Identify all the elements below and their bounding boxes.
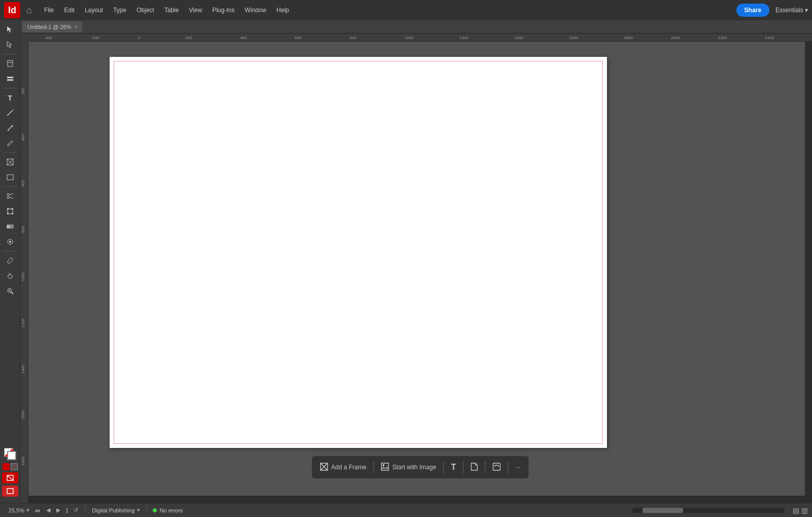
page-tool[interactable]	[2, 56, 18, 71]
menu-right: Share Essentials ▾	[736, 4, 808, 17]
rectangle-tool[interactable]	[2, 170, 18, 184]
more-icon: ···	[515, 464, 520, 471]
hand-tool[interactable]	[2, 269, 18, 283]
add-frame-button[interactable]: Add a Frame	[314, 458, 373, 476]
publish-mode-label: Digital Publishing	[92, 507, 134, 513]
gap-tool[interactable]	[2, 72, 18, 86]
ruler-left: 200 400 600 800 1000 1200 1400 1600 1800	[20, 42, 28, 503]
svg-rect-0	[8, 60, 13, 67]
publish-mode-dropdown[interactable]: Digital Publishing ▾	[92, 507, 140, 513]
scissors-tool[interactable]	[2, 189, 18, 203]
home-icon[interactable]: ⌂	[26, 5, 32, 16]
svg-rect-32	[382, 463, 389, 470]
type-tool[interactable]: T	[2, 90, 18, 105]
menu-table[interactable]: Table	[160, 5, 183, 16]
svg-rect-28	[7, 489, 13, 494]
normal-mode[interactable]	[3, 447, 17, 461]
toolbar-separator-3	[3, 152, 17, 153]
menu-type[interactable]: Type	[109, 5, 130, 16]
svg-rect-19	[7, 225, 13, 228]
color-mode-row	[3, 463, 18, 470]
status-message: No errors	[160, 507, 183, 513]
toolbar-separator-5	[3, 251, 17, 251]
line-tool[interactable]	[2, 106, 18, 120]
text-frame-button[interactable]: T	[445, 458, 462, 476]
toolbar-sep-1	[374, 461, 374, 473]
canvas-area: Add a Frame Start with Image T	[28, 42, 812, 503]
svg-point-11	[7, 197, 9, 199]
zoom-control[interactable]: ▾	[4, 507, 29, 513]
status-sep-1	[85, 506, 86, 514]
toolbar-sep-3	[463, 461, 463, 473]
error-status[interactable]: No errors	[153, 507, 183, 513]
start-with-image-button[interactable]: Start with Image	[375, 458, 443, 476]
svg-point-5	[11, 125, 13, 127]
go-to-page-button[interactable]: ↺	[73, 507, 79, 513]
page-margin-border	[114, 61, 603, 444]
link-icon	[492, 463, 500, 472]
toolbar-separator-4	[3, 186, 17, 187]
eyedropper-tool[interactable]	[2, 253, 18, 268]
selection-tool[interactable]	[2, 22, 18, 37]
share-button[interactable]: Share	[736, 4, 769, 17]
menu-edit[interactable]: Edit	[60, 5, 79, 16]
direct-selection-tool[interactable]	[2, 38, 18, 52]
apply-none[interactable]	[11, 463, 18, 470]
layout-toggle: ▤ ▥	[793, 506, 808, 514]
frame-tool[interactable]	[2, 155, 18, 169]
menu-items: File Edit Layout Type Object Table View …	[40, 5, 736, 16]
svg-line-4	[7, 110, 13, 116]
zoom-tool[interactable]	[2, 284, 18, 298]
page-number: 1	[65, 507, 69, 513]
color-theme-tool[interactable]	[2, 235, 18, 249]
free-transform-tool[interactable]	[2, 204, 18, 218]
toolbar-sep-2	[444, 461, 444, 473]
menu-help[interactable]: Help	[273, 5, 293, 16]
svg-line-13	[9, 197, 13, 199]
more-options-button[interactable]: ···	[509, 458, 526, 476]
publish-dropdown-icon: ▾	[137, 507, 140, 513]
svg-rect-3	[7, 79, 13, 81]
gradient-tool[interactable]	[2, 219, 18, 234]
tab-title: Untitled-1 @ 26%	[27, 24, 71, 30]
prev-page-button[interactable]: ◀	[45, 507, 51, 513]
start-image-icon	[381, 463, 389, 472]
pen-tool[interactable]	[2, 121, 18, 135]
scrollbar-right[interactable]	[805, 42, 812, 503]
menu-layout[interactable]: Layout	[81, 5, 107, 16]
content-placer[interactable]	[2, 486, 18, 497]
pencil-tool[interactable]	[2, 136, 18, 150]
scrollbar-track[interactable]	[632, 508, 785, 513]
scrollbar-thumb[interactable]	[642, 508, 683, 513]
zoom-dropdown-icon[interactable]: ▾	[26, 507, 29, 513]
zoom-input[interactable]	[4, 507, 24, 513]
menu-view[interactable]: View	[185, 5, 206, 16]
menu-window[interactable]: Window	[241, 5, 270, 16]
svg-rect-15	[7, 208, 9, 210]
add-frame-label: Add a Frame	[331, 464, 366, 471]
svg-line-27	[7, 475, 13, 480]
document-tab[interactable]: Untitled-1 @ 26% ×	[22, 21, 82, 33]
menu-file[interactable]: File	[40, 5, 58, 16]
svg-point-21	[9, 241, 11, 243]
spread-layout-icon[interactable]: ▥	[801, 506, 808, 514]
next-page-button[interactable]: ▶	[55, 507, 61, 513]
single-layout-icon[interactable]: ▤	[793, 506, 799, 514]
content-collector[interactable]	[2, 472, 18, 483]
menu-plugins[interactable]: Plug-Ins	[208, 5, 239, 16]
first-page-button[interactable]: ⏮	[33, 507, 41, 513]
menu-object[interactable]: Object	[132, 5, 158, 16]
document-button[interactable]	[464, 458, 484, 476]
toolbar-sep-5	[507, 461, 508, 473]
tab-bar: Untitled-1 @ 26% ×	[20, 20, 812, 34]
document-icon	[470, 463, 478, 472]
essentials-dropdown[interactable]: Essentials ▾	[775, 7, 808, 14]
scrollbar-bottom[interactable]	[28, 496, 805, 503]
apply-color[interactable]	[3, 463, 10, 470]
tab-close-button[interactable]: ×	[74, 24, 77, 29]
svg-rect-9	[7, 175, 13, 180]
app-icon: Id	[4, 2, 20, 18]
toolbar-separator-1	[3, 54, 17, 54]
svg-rect-17	[7, 213, 9, 214]
link-button[interactable]	[486, 458, 506, 476]
